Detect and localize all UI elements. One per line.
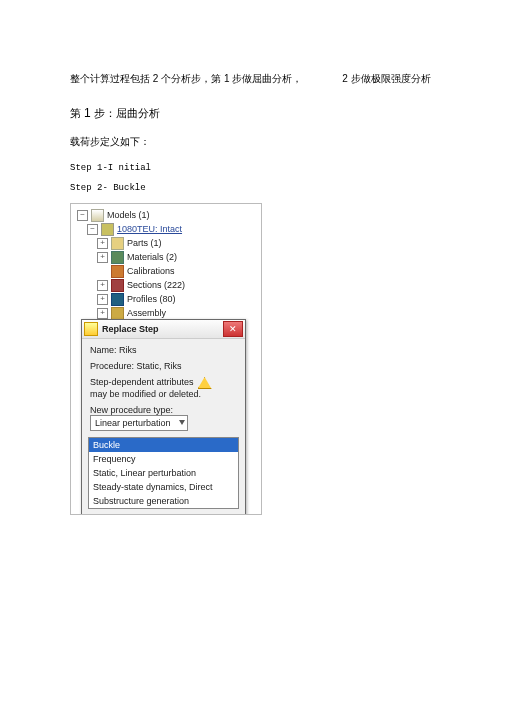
step1-code: Step 1-I nitial [70,163,435,173]
replace-step-dialog: Replace Step ✕ Name: Riks Procedure: Sta… [81,319,246,515]
intro-paragraph: 整个计算过程包括 2 个分析步，第 1 步做屈曲分析，2 步做极限强度分析 [70,70,435,88]
profiles-icon [111,293,124,306]
procedure-row: Procedure: Static, Riks [90,361,237,371]
dialog-icon [84,322,98,336]
models-icon [91,209,104,222]
para-text-b: 2 步做极限强度分析 [342,73,430,84]
warning-icon [198,377,212,389]
subheading: 载荷步定义如下： [70,135,435,149]
list-item[interactable]: Buckle [89,438,238,452]
tree-models[interactable]: −Models (1) [77,208,255,222]
database-icon [101,223,114,236]
name-row: Name: Riks [90,345,237,355]
tree-sections[interactable]: +Sections (222) [77,278,255,292]
sections-icon [111,279,124,292]
expand-icon[interactable]: + [97,252,108,263]
section-heading: 第 1 步：屈曲分析 [70,106,435,121]
para-text-a: 整个计算过程包括 2 个分析步，第 1 步做屈曲分析， [70,73,302,84]
dialog-titlebar[interactable]: Replace Step ✕ [82,320,245,339]
new-procedure-row: New procedure type: Linear perturbation [90,405,237,431]
screenshot-panel: −Models (1) −1080TEU: Intact +Parts (1) … [70,203,262,515]
procedure-type-select[interactable]: Linear perturbation [90,415,188,431]
list-item[interactable]: Frequency [89,452,238,466]
close-icon[interactable]: ✕ [223,321,243,337]
list-item[interactable]: Substructure generation [89,494,238,508]
procedure-listbox[interactable]: Buckle Frequency Static, Linear perturba… [88,437,239,509]
tree-parts[interactable]: +Parts (1) [77,236,255,250]
step2-code: Step 2- Buckle [70,183,435,193]
tree-assembly[interactable]: +Assembly [77,306,255,320]
materials-icon [111,251,124,264]
tree-materials[interactable]: +Materials (2) [77,250,255,264]
parts-icon [111,237,124,250]
expand-icon[interactable]: + [97,280,108,291]
dialog-title: Replace Step [102,324,223,334]
tree-calibrations[interactable]: Calibrations [77,264,255,278]
expand-icon[interactable]: − [87,224,98,235]
expand-icon[interactable]: + [97,238,108,249]
list-item[interactable]: Static, Linear perturbation [89,466,238,480]
tree-profiles[interactable]: +Profiles (80) [77,292,255,306]
list-item[interactable]: Steady-state dynamics, Direct [89,480,238,494]
warning-row: Step-dependent attributes may be modifie… [90,377,237,399]
tree-database[interactable]: −1080TEU: Intact [77,222,255,236]
calibrations-icon [111,265,124,278]
assembly-icon [111,307,124,320]
expand-icon[interactable]: + [97,308,108,319]
expand-icon[interactable]: − [77,210,88,221]
expand-icon[interactable]: + [97,294,108,305]
